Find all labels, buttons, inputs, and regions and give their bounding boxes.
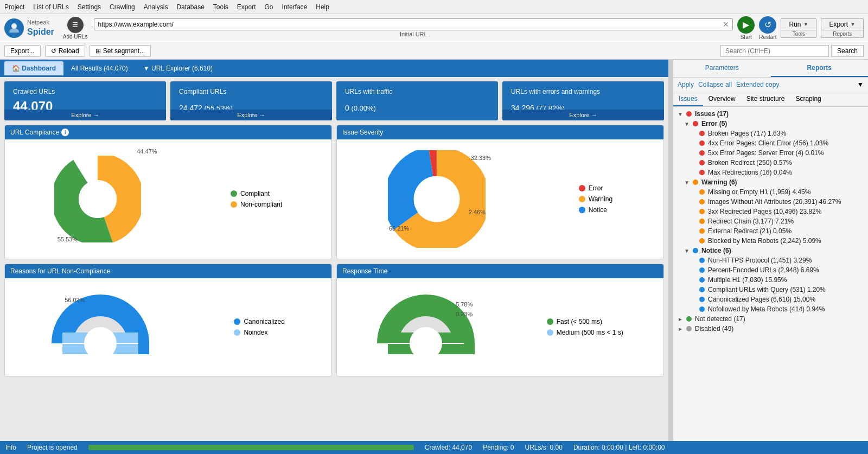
medium-dot bbox=[547, 329, 553, 336]
tab-parameters[interactable]: Parameters bbox=[673, 60, 771, 77]
canonicalized-label: Canonicalized bbox=[244, 318, 284, 325]
tree-item[interactable]: Broken Redirect (250) 0.57% bbox=[673, 158, 868, 168]
tree-text: Notice (6) bbox=[701, 247, 864, 254]
tree-item[interactable]: 3xx Redirected Pages (10,496) 23.82% bbox=[673, 207, 868, 216]
issues-tab-overview[interactable]: Overview bbox=[703, 92, 741, 106]
tree-item[interactable]: Non-HTTPS Protocol (1,451) 3.29% bbox=[673, 255, 868, 265]
url-compliance-body: 44.47% 55.53% Compliant Non-compliant bbox=[5, 139, 331, 259]
reload-button[interactable]: ↺ Reload bbox=[45, 45, 85, 57]
start-button[interactable]: ▶ Start bbox=[737, 16, 755, 40]
url-input[interactable] bbox=[98, 21, 723, 28]
export-button[interactable]: Export... bbox=[4, 45, 41, 57]
issue-severity-chart: 32.33% 65.21% 2.46% bbox=[388, 150, 486, 248]
restart-button[interactable]: ↺ Restart bbox=[759, 16, 776, 40]
tree-item[interactable]: ▼Notice (6) bbox=[673, 246, 868, 255]
expand-icon[interactable]: ▼ bbox=[684, 121, 691, 127]
segment-button[interactable]: ⊞ Set segment... bbox=[90, 45, 151, 57]
compliant-pct-label: 55.53% bbox=[58, 236, 78, 242]
menu-go[interactable]: Go bbox=[265, 3, 273, 11]
apply-link[interactable]: Apply bbox=[678, 81, 694, 88]
tab-dashboard[interactable]: 🏠 Dashboard bbox=[4, 61, 63, 75]
right-action-dropdown[interactable]: ▼ bbox=[857, 81, 864, 88]
tree-item[interactable]: ►Disabled (49) bbox=[673, 324, 868, 334]
tree-item[interactable]: Blocked by Meta Robots (2,242) 5.09% bbox=[673, 236, 868, 246]
tree-item[interactable]: ▼Issues (17) bbox=[673, 109, 868, 119]
noncompliant-pct-label: 44.47% bbox=[137, 148, 157, 155]
compliant-label: Compliant bbox=[240, 190, 270, 197]
tree-item[interactable]: Nofollowed by Meta Robots (414) 0.94% bbox=[673, 304, 868, 314]
add-urls-button[interactable]: ≡ Add URLs bbox=[63, 17, 88, 40]
tree-item[interactable]: External Redirect (21) 0.05% bbox=[673, 226, 868, 236]
tree-dot bbox=[699, 297, 705, 302]
legend-medium: Medium (500 ms < 1 s) bbox=[547, 329, 623, 336]
noindex-label: Noindex bbox=[244, 329, 267, 336]
tree-item[interactable]: ▼Warning (6) bbox=[673, 177, 868, 187]
fast-label: Fast (< 500 ms) bbox=[557, 318, 602, 325]
status-duration: Duration: 0:00:00 | Left: 0:00:00 bbox=[573, 444, 665, 451]
issues-tab-site-structure[interactable]: Site structure bbox=[741, 92, 790, 106]
tree-item[interactable]: Images Without Alt Attributes (20,391) 4… bbox=[673, 197, 868, 207]
add-urls-icon: ≡ bbox=[67, 17, 84, 33]
search-input[interactable] bbox=[720, 45, 829, 57]
tree-dot bbox=[686, 326, 692, 331]
tree-dot bbox=[699, 199, 705, 204]
expand-icon[interactable]: ▼ bbox=[684, 180, 691, 186]
url-compliance-title: URL Compliance i bbox=[5, 125, 331, 139]
crawled-explore[interactable]: Explore → bbox=[4, 110, 166, 120]
menu-settings[interactable]: Settings bbox=[78, 3, 101, 11]
tree-text: Broken Redirect (250) 0.57% bbox=[708, 159, 864, 167]
tree-item[interactable]: 5xx Error Pages: Server Error (4) 0.01% bbox=[673, 148, 868, 158]
tab-all-results[interactable]: All Results (44,070) bbox=[63, 61, 136, 75]
menu-list-of-urls[interactable]: List of URLs bbox=[33, 3, 68, 11]
left-panel: 🏠 Dashboard All Results (44,070) ▼ URL E… bbox=[0, 60, 668, 441]
issues-tab-scraping[interactable]: Scraping bbox=[790, 92, 826, 106]
tree-item[interactable]: ►Not detected (17) bbox=[673, 314, 868, 324]
right-panel: Parameters Reports Apply Collapse all Ex… bbox=[673, 60, 868, 441]
export-reports-button[interactable]: Export ▼ Reports bbox=[821, 18, 864, 38]
tree-item[interactable]: 4xx Error Pages: Client Error (456) 1.03… bbox=[673, 138, 868, 148]
tree-item[interactable]: Broken Pages (717) 1.63% bbox=[673, 129, 868, 138]
error-label: Error bbox=[589, 184, 603, 192]
tree-item[interactable]: ▼Error (5) bbox=[673, 119, 868, 129]
expand-icon[interactable]: ▼ bbox=[684, 248, 691, 254]
menu-help[interactable]: Help bbox=[316, 3, 329, 11]
issues-tab-issues[interactable]: Issues bbox=[673, 92, 703, 106]
errors-explore[interactable]: Explore → bbox=[502, 110, 664, 120]
menu-project[interactable]: Project bbox=[4, 3, 24, 11]
expand-icon[interactable]: ► bbox=[678, 316, 684, 322]
menu-interface[interactable]: Interface bbox=[282, 3, 308, 11]
url-clear-icon[interactable]: ✕ bbox=[723, 20, 729, 29]
menu-export[interactable]: Export bbox=[237, 3, 256, 11]
collapse-all-link[interactable]: Collapse all bbox=[698, 81, 732, 88]
filter-icon: ▼ bbox=[143, 65, 150, 72]
tools-label: Tools bbox=[781, 30, 816, 37]
menu-analysis[interactable]: Analysis bbox=[144, 3, 168, 11]
expand-icon[interactable]: ► bbox=[678, 326, 684, 332]
tree-item[interactable]: Canonicalized Pages (6,610) 15.00% bbox=[673, 295, 868, 304]
tab-reports[interactable]: Reports bbox=[771, 60, 869, 77]
menu-database[interactable]: Database bbox=[176, 3, 204, 11]
non-compliance-pct: 56.02% bbox=[65, 297, 85, 303]
extended-copy-link[interactable]: Extended copy bbox=[736, 81, 779, 88]
tree-dot bbox=[693, 248, 698, 253]
tree-item[interactable]: Percent-Encoded URLs (2,948) 6.69% bbox=[673, 265, 868, 275]
tree-item[interactable]: Redirect Chain (3,177) 7.21% bbox=[673, 216, 868, 226]
tree-item[interactable]: Multiple H1 (7,030) 15.95% bbox=[673, 275, 868, 285]
tree-item[interactable]: Missing or Empty H1 (1,959) 4.45% bbox=[673, 187, 868, 197]
tree-item[interactable]: Compliant URLs with Query (531) 1.20% bbox=[673, 285, 868, 295]
notice-pct-label: 32.33% bbox=[471, 155, 491, 161]
fast-dot bbox=[547, 318, 553, 325]
tab-url-explorer[interactable]: ▼ URL Explorer (6,610) bbox=[136, 61, 220, 75]
tree-dot bbox=[699, 150, 705, 156]
run-tools-button[interactable]: Run ▼ Tools bbox=[781, 18, 816, 38]
expand-icon[interactable]: ▼ bbox=[678, 111, 684, 117]
search-button[interactable]: Search bbox=[831, 45, 864, 57]
compliant-explore[interactable]: Explore → bbox=[170, 110, 332, 120]
tree-item[interactable]: Max Redirections (16) 0.04% bbox=[673, 168, 868, 177]
tree-dot bbox=[699, 219, 705, 224]
issue-severity-legend: Error Warning Notice bbox=[579, 184, 612, 214]
menu-crawling[interactable]: Crawling bbox=[110, 3, 135, 11]
status-urls-per-sec: URLs/s: 0.00 bbox=[525, 444, 563, 451]
left-scrollbar[interactable] bbox=[668, 60, 673, 441]
menu-tools[interactable]: Tools bbox=[213, 3, 228, 11]
